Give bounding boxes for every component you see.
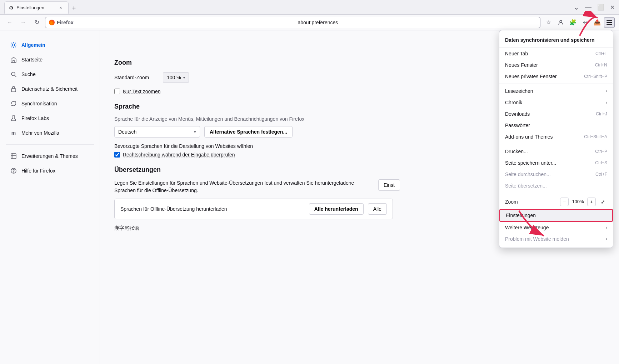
- zoom-value: 100 %: [167, 75, 181, 80]
- offline-label: Sprachen für Offline-Übersetzung herunte…: [120, 206, 305, 212]
- title-bar: ⚙ Einstellungen × + ⌄ — ⬜ ✕: [0, 0, 619, 15]
- menu-item-privates-fenster-shortcut: Ctrl+Shift+P: [584, 74, 607, 79]
- allgemein-icon: [10, 41, 17, 49]
- menu-button[interactable]: [604, 17, 615, 28]
- menu-item-weitere-werkzeuge-arrow: ›: [606, 225, 607, 230]
- menu-item-neuer-tab[interactable]: Neuer Tab Ctrl+T: [499, 48, 613, 59]
- zoom-expand-icon[interactable]: ⤢: [599, 198, 607, 206]
- firefox-logo: [49, 20, 55, 25]
- menu-item-privates-fenster-label: Neues privates Fenster: [505, 74, 584, 79]
- menu-item-einstellungen-label: Einstellungen: [506, 213, 606, 218]
- sidebar-suche-label: Suche: [21, 71, 36, 77]
- menu-item-passwoerter-label: Passwörter: [505, 123, 607, 128]
- minimize-btn[interactable]: —: [585, 4, 591, 11]
- tab-settings-icon: ⚙: [9, 5, 14, 11]
- back-button[interactable]: ←: [4, 17, 15, 28]
- account-button[interactable]: [555, 17, 566, 28]
- dropdown-menu: Daten synchronisieren und speichern Neue…: [499, 30, 613, 248]
- menu-item-zoom: Zoom − 100% + ⤢: [499, 195, 613, 209]
- alle-herunterladen-btn[interactable]: Alle herunterladen: [309, 203, 364, 215]
- sidebar-item-startseite[interactable]: Startseite: [3, 53, 97, 67]
- sidebar-item-allgemein[interactable]: Allgemein: [3, 38, 97, 52]
- alt-lang-button[interactable]: Alternative Sprachen festlegen...: [204, 126, 293, 138]
- menu-separator-3: [499, 193, 613, 193]
- menu-header-text: Daten synchronisieren und speichern: [505, 37, 595, 43]
- zoom-label: Standard-Zoom: [114, 75, 157, 80]
- menu-item-einstellungen[interactable]: Einstellungen: [499, 209, 613, 222]
- menu-item-passwoerter[interactable]: Passwörter: [499, 120, 613, 131]
- sidebar-item-erweiterungen[interactable]: Erweiterungen & Themes: [3, 149, 97, 163]
- sidebar-item-hilfe[interactable]: Hilfe für Firefox: [3, 164, 97, 178]
- menu-item-seite-speichern[interactable]: Seite speichern unter... Ctrl+S: [499, 157, 613, 169]
- menu-item-zoom-label: Zoom: [505, 199, 560, 205]
- list-tabs-icon[interactable]: ⌄: [573, 3, 579, 11]
- sidebar-mehr-mozilla-label: Mehr von Mozilla: [21, 130, 59, 136]
- sidebar-item-firefox-labs[interactable]: Firefox Labs: [3, 111, 97, 125]
- sidebar-synchronisation-label: Synchronisation: [21, 101, 57, 106]
- menu-item-chronik[interactable]: Chronik ›: [499, 97, 613, 108]
- share-button[interactable]: 📤: [592, 17, 603, 28]
- menu-item-problem-melden-arrow: ›: [606, 236, 607, 241]
- rechtschreibung-label: Rechtschreibung während der Eingabe über…: [123, 152, 235, 158]
- lang-arrow-icon: ▾: [194, 130, 196, 134]
- firefox-labs-icon: [10, 115, 17, 122]
- menu-item-chronik-label: Chronik: [505, 100, 606, 105]
- svg-rect-6: [11, 89, 16, 92]
- menu-item-seite-durchsuchen: Seite durchsuchen... Ctrl+F: [499, 169, 613, 180]
- suche-icon: [10, 71, 17, 78]
- zoom-controls: − 100% + ⤢: [560, 198, 607, 206]
- reload-button[interactable]: ↻: [31, 17, 42, 28]
- zoom-decrease-btn[interactable]: −: [560, 198, 569, 206]
- menu-item-downloads[interactable]: Downloads Ctrl+J: [499, 108, 613, 120]
- datenschutz-icon: [10, 85, 17, 93]
- sidebar-item-suche[interactable]: Suche: [3, 67, 97, 81]
- lang-select[interactable]: Deutsch ▾: [114, 126, 200, 138]
- sidebar-startseite-label: Startseite: [21, 57, 43, 63]
- extensions-button[interactable]: 🧩: [568, 17, 578, 28]
- menu-item-chronik-arrow: ›: [606, 100, 607, 105]
- zoom-select[interactable]: 100 % ▾: [163, 72, 189, 83]
- menu-item-drucken[interactable]: Drucken... Ctrl+P: [499, 146, 613, 157]
- sidebar-item-mehr-mozilla[interactable]: m Mehr von Mozilla: [3, 126, 97, 140]
- menu-separator-2: [499, 144, 613, 144]
- maximize-btn[interactable]: ⬜: [597, 4, 604, 11]
- einstellungen-btn[interactable]: Einst: [378, 179, 400, 191]
- menu-item-drucken-shortcut: Ctrl+P: [595, 149, 607, 154]
- lang-value: Deutsch: [118, 129, 136, 135]
- svg-rect-7: [11, 154, 16, 159]
- menu-item-weitere-werkzeuge-label: Weitere Werkzeuge: [505, 225, 606, 230]
- menu-item-problem-melden-label: Problem mit Website melden: [505, 236, 606, 242]
- undo-button[interactable]: ↩: [580, 17, 590, 28]
- settings-tab[interactable]: ⚙ Einstellungen ×: [4, 1, 69, 14]
- menu-item-addons[interactable]: Add-ons und Themes Ctrl+Shift+A: [499, 131, 613, 143]
- hamburger-icon: [606, 20, 612, 25]
- address-bar[interactable]: Firefox about:preferences: [45, 17, 540, 28]
- nur-text-zoomen-checkbox[interactable]: [114, 89, 120, 94]
- new-tab-btn[interactable]: +: [69, 3, 79, 14]
- close-btn[interactable]: ✕: [610, 4, 615, 11]
- zoom-percent: 100%: [571, 199, 584, 204]
- zoom-chevron-icon: ▾: [183, 76, 185, 80]
- menu-header: Daten synchronisieren und speichern: [499, 33, 613, 48]
- sidebar-item-synchronisation[interactable]: Synchronisation: [3, 96, 97, 111]
- svg-rect-1: [606, 20, 612, 21]
- menu-item-weitere-werkzeuge[interactable]: Weitere Werkzeuge ›: [499, 222, 613, 233]
- sprache-subtitle: Sprache für die Anzeige von Menüs, Mitte…: [114, 116, 364, 122]
- window-controls: ⌄ — ⬜ ✕: [573, 3, 615, 11]
- menu-item-neues-fenster[interactable]: Neues Fenster Ctrl+N: [499, 59, 613, 71]
- menu-item-neues-fenster-label: Neues Fenster: [505, 62, 595, 68]
- forward-button[interactable]: →: [18, 17, 29, 28]
- uebersetzungen-row: Legen Sie Einstellungen für Sprachen und…: [114, 179, 400, 194]
- menu-item-lesezeichen[interactable]: Lesezeichen ›: [499, 85, 613, 97]
- bookmark-button[interactable]: ☆: [543, 17, 554, 28]
- tab-close-btn[interactable]: ×: [58, 5, 64, 11]
- menu-item-privates-fenster[interactable]: Neues privates Fenster Ctrl+Shift+P: [499, 71, 613, 82]
- alle-btn[interactable]: Alle: [368, 203, 387, 215]
- sidebar-item-datenschutz[interactable]: Datenschutz & Sicherheit: [3, 82, 97, 96]
- menu-item-seite-speichern-label: Seite speichern unter...: [505, 160, 595, 166]
- tab-bar: ⚙ Einstellungen × +: [4, 1, 79, 14]
- menu-item-lesezeichen-label: Lesezeichen: [505, 88, 606, 94]
- sidebar-datenschutz-label: Datenschutz & Sicherheit: [21, 86, 78, 92]
- zoom-increase-btn[interactable]: +: [587, 198, 596, 206]
- rechtschreibung-checkbox[interactable]: [114, 152, 120, 158]
